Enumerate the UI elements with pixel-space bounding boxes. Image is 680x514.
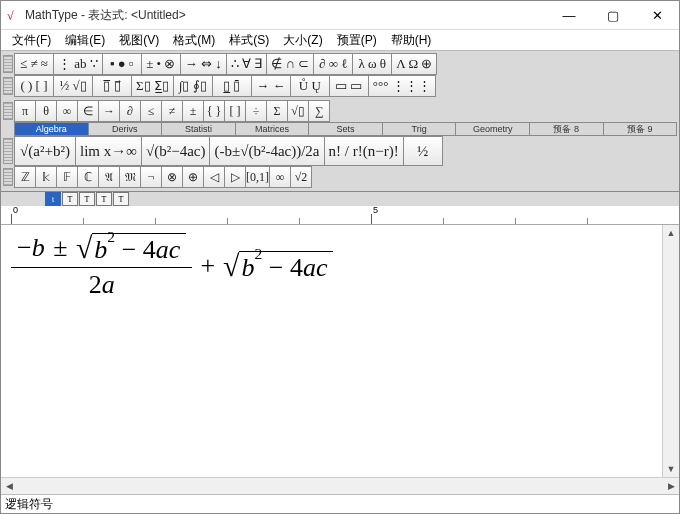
menu-file[interactable]: 文件(F) (5, 31, 58, 50)
sym-sqrt2[interactable]: √2 (290, 166, 312, 188)
pal-pm[interactable]: ± (182, 100, 204, 122)
pal-div[interactable]: ÷ (245, 100, 267, 122)
scroll-left-icon[interactable]: ◀ (1, 478, 17, 494)
sym-misc[interactable]: ∂ ∞ ℓ (313, 53, 353, 75)
grip-icon[interactable] (3, 138, 13, 164)
grip-icon[interactable] (3, 55, 13, 73)
sym-bbk[interactable]: 𝕜 (35, 166, 57, 188)
scroll-right-icon[interactable]: ▶ (663, 478, 679, 494)
equation-canvas[interactable]: −b ± √ b2 − 4ac 2a + √ b2 − 4ac (1, 225, 662, 477)
grip-icon[interactable] (3, 77, 13, 95)
sym-triL[interactable]: ◁ (203, 166, 225, 188)
tpl-accent[interactable]: Ů Ų (290, 75, 330, 97)
sym-logic[interactable]: ∴ ∀ ∃ (226, 53, 268, 75)
tab-sets[interactable]: Sets (308, 122, 383, 136)
tpl-frac[interactable]: ½ √▯ (53, 75, 93, 97)
sym-ivl[interactable]: [0,1] (245, 166, 270, 188)
tpl-arrows[interactable]: → ← (251, 75, 291, 97)
menu-format[interactable]: 格式(M) (166, 31, 222, 50)
sym-frakM[interactable]: 𝔐 (119, 166, 141, 188)
size-tabs: t T T T T (1, 192, 679, 206)
pal-in[interactable]: ∈ (77, 100, 99, 122)
horizontal-scrollbar[interactable]: ◀ ▶ (1, 477, 679, 494)
expr-limit[interactable]: lim x→∞ (75, 136, 142, 166)
pal-sum[interactable]: ∑ (308, 100, 330, 122)
sym-triR[interactable]: ▷ (224, 166, 246, 188)
expr-half[interactable]: ½ (403, 136, 443, 166)
vertical-scrollbar[interactable]: ▲ ▼ (662, 225, 679, 477)
menu-edit[interactable]: 编辑(E) (58, 31, 112, 50)
sym-arrows[interactable]: → ⇔ ↓ (180, 53, 227, 75)
sym-sets[interactable]: ∉ ∩ ⊂ (266, 53, 314, 75)
app-window: √ MathType - 表达式: <Untitled> — ▢ ✕ 文件(F)… (0, 0, 680, 514)
pal-sqrt[interactable]: √▯ (287, 100, 309, 122)
expr-discrim[interactable]: √(b²−4ac) (141, 136, 211, 166)
sym-operators[interactable]: ± • ⊗ (141, 53, 181, 75)
tab-derivs[interactable]: Derivs (88, 122, 163, 136)
scroll-up-icon[interactable]: ▲ (663, 225, 679, 241)
grip-icon[interactable] (3, 168, 13, 186)
pal-brace[interactable]: { } (203, 100, 225, 122)
pal-theta[interactable]: θ (35, 100, 57, 122)
pal-pi[interactable]: π (14, 100, 36, 122)
grip-icon[interactable] (3, 102, 13, 120)
expr-pythag[interactable]: √(a²+b²) (14, 136, 76, 166)
tpl-fences[interactable]: ( ) [ ] (14, 75, 54, 97)
pal-arrow[interactable]: → (98, 100, 120, 122)
close-button[interactable]: ✕ (635, 1, 679, 29)
sym-bbZ[interactable]: ℤ (14, 166, 36, 188)
tab-matrices[interactable]: Matrices (235, 122, 310, 136)
expr-quadratic[interactable]: (-b±√(b²-4ac))/2a (209, 136, 324, 166)
sym-otimes[interactable]: ⊗ (161, 166, 183, 188)
tab-geometry[interactable]: Geometry (455, 122, 530, 136)
sym-shapes[interactable]: ▪ ● ▫ (102, 53, 142, 75)
pal-ne[interactable]: ≠ (161, 100, 183, 122)
sym-greek-upper[interactable]: Λ Ω ⊕ (391, 53, 437, 75)
sizetab-4[interactable]: T (96, 192, 112, 206)
ruler[interactable]: 0 5 (1, 206, 679, 225)
tpl-bar[interactable]: ▯̅ ▯⃗ (92, 75, 132, 97)
sizetab-1[interactable]: t (45, 192, 61, 206)
tab-statistics[interactable]: Statisti (161, 122, 236, 136)
menu-size[interactable]: 大小(Z) (276, 31, 329, 50)
sym-bbC[interactable]: ℂ (77, 166, 99, 188)
menu-help[interactable]: 帮助(H) (384, 31, 439, 50)
minimize-button[interactable]: — (547, 1, 591, 29)
sym-inf2[interactable]: ∞ (269, 166, 291, 188)
pal-brack[interactable]: [ ] (224, 100, 246, 122)
sym-spaces[interactable]: ⋮ ab ∵ (53, 53, 103, 75)
maximize-button[interactable]: ▢ (591, 1, 635, 29)
pal-partial[interactable]: ∂ (119, 100, 141, 122)
sizetab-3[interactable]: T (79, 192, 95, 206)
sym-bbF[interactable]: 𝔽 (56, 166, 78, 188)
editor-area: −b ± √ b2 − 4ac 2a + √ b2 − 4ac ▲ ▼ (1, 225, 679, 477)
scroll-down-icon[interactable]: ▼ (663, 461, 679, 477)
tab-preset9[interactable]: 预备 9 (603, 122, 678, 136)
pal-le[interactable]: ≤ (140, 100, 162, 122)
symbol-row-2: ( ) [ ] ½ √▯ ▯̅ ▯⃗ Σ▯ Σ̲▯ ∫▯ ∮▯ ▯̲ ▯̄ → … (3, 75, 677, 97)
expr-binom[interactable]: n! / r!(n−r)! (324, 136, 404, 166)
tpl-under[interactable]: ▯̲ ▯̄ (212, 75, 252, 97)
menu-preset[interactable]: 预置(P) (330, 31, 384, 50)
menu-view[interactable]: 视图(V) (112, 31, 166, 50)
app-icon: √ (7, 9, 19, 21)
pal-sigma[interactable]: Σ (266, 100, 288, 122)
sym-frakA[interactable]: 𝔄 (98, 166, 120, 188)
sym-relations[interactable]: ≤ ≠ ≈ (14, 53, 54, 75)
sizetab-2[interactable]: T (62, 192, 78, 206)
pal-inf[interactable]: ∞ (56, 100, 78, 122)
sym-not[interactable]: ¬ (140, 166, 162, 188)
tab-trig[interactable]: Trig (382, 122, 457, 136)
sym-greek-lower[interactable]: λ ω θ (352, 53, 392, 75)
ruler-mark-0: 0 (13, 205, 18, 215)
tab-algebra[interactable]: Algebra (14, 122, 89, 136)
sym-oplus[interactable]: ⊕ (182, 166, 204, 188)
tpl-sum[interactable]: Σ▯ Σ̲▯ (131, 75, 174, 97)
menu-style[interactable]: 样式(S) (222, 31, 276, 50)
tab-preset8[interactable]: 预备 8 (529, 122, 604, 136)
tpl-integral[interactable]: ∫▯ ∮▯ (173, 75, 213, 97)
bottom-palette: ℤ 𝕜 𝔽 ℂ 𝔄 𝔐 ¬ ⊗ ⊕ ◁ ▷ [0,1] ∞ √2 (3, 166, 677, 188)
tpl-dots[interactable]: °°° ⋮⋮⋮ (368, 75, 436, 97)
tpl-matrix[interactable]: ▭ ▭ (329, 75, 369, 97)
sizetab-5[interactable]: T (113, 192, 129, 206)
